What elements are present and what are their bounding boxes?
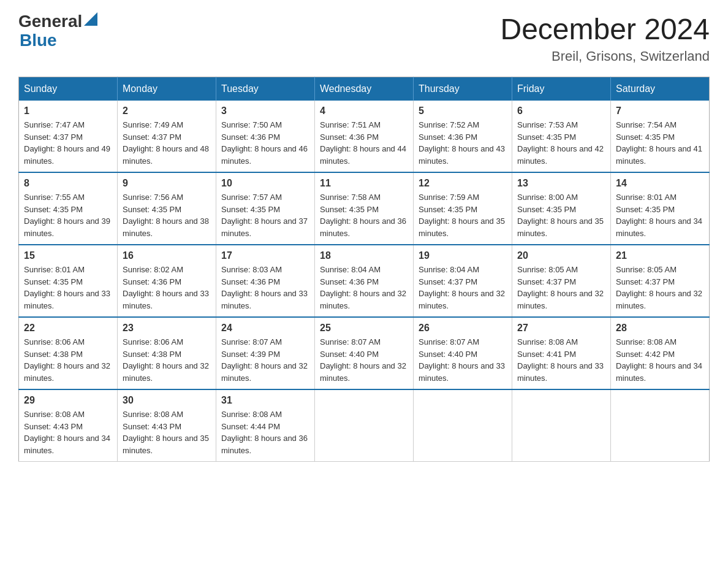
day-info: Sunrise: 8:03 AMSunset: 4:36 PMDaylight:… (221, 265, 308, 310)
calendar-day-cell: 18 Sunrise: 8:04 AMSunset: 4:36 PMDaylig… (315, 245, 414, 317)
calendar-day-cell (414, 389, 512, 462)
day-number: 8 (24, 178, 112, 189)
logo-blue: Blue (20, 31, 97, 50)
calendar-week-row: 8 Sunrise: 7:55 AMSunset: 4:35 PMDayligh… (19, 172, 710, 245)
header-sunday: Sunday (19, 77, 118, 101)
day-number: 11 (320, 178, 408, 189)
calendar-day-cell: 12 Sunrise: 7:59 AMSunset: 4:35 PMDaylig… (414, 172, 512, 245)
logo: General Blue (18, 12, 97, 50)
svg-marker-0 (84, 12, 97, 26)
day-number: 13 (517, 178, 605, 189)
title-section: December 2024 Breil, Grisons, Switzerlan… (500, 12, 710, 64)
day-number: 5 (419, 105, 507, 117)
calendar-day-cell (512, 389, 611, 462)
day-info: Sunrise: 8:01 AMSunset: 4:35 PMDaylight:… (24, 265, 110, 310)
header-monday: Monday (118, 77, 216, 101)
calendar-day-cell: 11 Sunrise: 7:58 AMSunset: 4:35 PMDaylig… (315, 172, 414, 245)
calendar-week-row: 1 Sunrise: 7:47 AMSunset: 4:37 PMDayligh… (19, 101, 710, 172)
day-number: 10 (221, 178, 309, 189)
calendar-day-cell: 13 Sunrise: 8:00 AMSunset: 4:35 PMDaylig… (512, 172, 611, 245)
day-number: 1 (24, 105, 112, 117)
calendar-day-cell: 19 Sunrise: 8:04 AMSunset: 4:37 PMDaylig… (414, 245, 512, 317)
header-tuesday: Tuesday (216, 77, 315, 101)
calendar-week-row: 15 Sunrise: 8:01 AMSunset: 4:35 PMDaylig… (19, 245, 710, 317)
logo-triangle-icon (84, 12, 97, 26)
day-info: Sunrise: 7:56 AMSunset: 4:35 PMDaylight:… (123, 193, 209, 238)
header-saturday: Saturday (611, 77, 710, 101)
calendar-week-row: 29 Sunrise: 8:08 AMSunset: 4:43 PMDaylig… (19, 389, 710, 462)
day-number: 7 (616, 105, 704, 117)
calendar-day-cell: 21 Sunrise: 8:05 AMSunset: 4:37 PMDaylig… (611, 245, 710, 317)
calendar-day-cell: 15 Sunrise: 8:01 AMSunset: 4:35 PMDaylig… (19, 245, 118, 317)
header-thursday: Thursday (414, 77, 512, 101)
day-info: Sunrise: 7:58 AMSunset: 4:35 PMDaylight:… (320, 193, 406, 238)
day-info: Sunrise: 8:08 AMSunset: 4:42 PMDaylight:… (616, 337, 702, 383)
day-number: 18 (320, 250, 408, 261)
calendar-day-cell (315, 389, 414, 462)
day-number: 29 (24, 395, 112, 406)
logo-general: General (18, 12, 82, 31)
day-info: Sunrise: 8:02 AMSunset: 4:36 PMDaylight:… (123, 265, 209, 310)
day-info: Sunrise: 8:04 AMSunset: 4:36 PMDaylight:… (320, 265, 406, 310)
day-info: Sunrise: 7:52 AMSunset: 4:36 PMDaylight:… (419, 120, 505, 166)
day-number: 26 (419, 323, 507, 334)
day-info: Sunrise: 8:06 AMSunset: 4:38 PMDaylight:… (123, 337, 209, 383)
header-wednesday: Wednesday (315, 77, 414, 101)
logo-content: General Blue (18, 12, 97, 50)
day-info: Sunrise: 8:08 AMSunset: 4:43 PMDaylight:… (24, 410, 110, 455)
day-number: 30 (123, 395, 211, 406)
day-info: Sunrise: 7:50 AMSunset: 4:36 PMDaylight:… (221, 120, 308, 166)
day-info: Sunrise: 8:05 AMSunset: 4:37 PMDaylight:… (517, 265, 604, 310)
day-info: Sunrise: 7:57 AMSunset: 4:35 PMDaylight:… (221, 193, 308, 238)
day-number: 23 (123, 323, 211, 334)
calendar-day-cell: 6 Sunrise: 7:53 AMSunset: 4:35 PMDayligh… (512, 101, 611, 172)
day-number: 16 (123, 250, 211, 261)
day-info: Sunrise: 8:07 AMSunset: 4:40 PMDaylight:… (419, 337, 505, 383)
day-number: 4 (320, 105, 408, 117)
calendar-day-cell: 7 Sunrise: 7:54 AMSunset: 4:35 PMDayligh… (611, 101, 710, 172)
day-info: Sunrise: 7:55 AMSunset: 4:35 PMDaylight:… (24, 193, 110, 238)
calendar-day-cell: 5 Sunrise: 7:52 AMSunset: 4:36 PMDayligh… (414, 101, 512, 172)
calendar-day-cell: 26 Sunrise: 8:07 AMSunset: 4:40 PMDaylig… (414, 317, 512, 389)
location-title: Breil, Grisons, Switzerland (500, 48, 710, 64)
calendar-day-cell: 29 Sunrise: 8:08 AMSunset: 4:43 PMDaylig… (19, 389, 118, 462)
calendar-day-cell: 22 Sunrise: 8:06 AMSunset: 4:38 PMDaylig… (19, 317, 118, 389)
calendar-day-cell: 31 Sunrise: 8:08 AMSunset: 4:44 PMDaylig… (216, 389, 315, 462)
day-info: Sunrise: 8:04 AMSunset: 4:37 PMDaylight:… (419, 265, 505, 310)
day-info: Sunrise: 7:49 AMSunset: 4:37 PMDaylight:… (123, 120, 209, 166)
calendar-day-cell: 10 Sunrise: 7:57 AMSunset: 4:35 PMDaylig… (216, 172, 315, 245)
day-number: 3 (221, 105, 309, 117)
calendar-day-cell: 20 Sunrise: 8:05 AMSunset: 4:37 PMDaylig… (512, 245, 611, 317)
calendar-day-cell: 2 Sunrise: 7:49 AMSunset: 4:37 PMDayligh… (118, 101, 216, 172)
day-info: Sunrise: 7:53 AMSunset: 4:35 PMDaylight:… (517, 120, 604, 166)
day-number: 2 (123, 105, 211, 117)
calendar-table: SundayMondayTuesdayWednesdayThursdayFrid… (18, 77, 710, 462)
header-friday: Friday (512, 77, 611, 101)
day-number: 31 (221, 395, 309, 406)
calendar-day-cell: 1 Sunrise: 7:47 AMSunset: 4:37 PMDayligh… (19, 101, 118, 172)
day-number: 17 (221, 250, 309, 261)
day-info: Sunrise: 8:08 AMSunset: 4:43 PMDaylight:… (123, 410, 209, 455)
calendar-day-cell: 3 Sunrise: 7:50 AMSunset: 4:36 PMDayligh… (216, 101, 315, 172)
day-number: 28 (616, 323, 704, 334)
day-number: 20 (517, 250, 605, 261)
calendar-day-cell (611, 389, 710, 462)
day-info: Sunrise: 7:51 AMSunset: 4:36 PMDaylight:… (320, 120, 406, 166)
calendar-day-cell: 27 Sunrise: 8:08 AMSunset: 4:41 PMDaylig… (512, 317, 611, 389)
calendar-day-cell: 25 Sunrise: 8:07 AMSunset: 4:40 PMDaylig… (315, 317, 414, 389)
calendar-day-cell: 9 Sunrise: 7:56 AMSunset: 4:35 PMDayligh… (118, 172, 216, 245)
day-info: Sunrise: 7:59 AMSunset: 4:35 PMDaylight:… (419, 193, 505, 238)
day-info: Sunrise: 8:05 AMSunset: 4:37 PMDaylight:… (616, 265, 702, 310)
calendar-day-cell: 24 Sunrise: 8:07 AMSunset: 4:39 PMDaylig… (216, 317, 315, 389)
day-number: 6 (517, 105, 605, 117)
calendar-day-cell: 23 Sunrise: 8:06 AMSunset: 4:38 PMDaylig… (118, 317, 216, 389)
day-info: Sunrise: 8:06 AMSunset: 4:38 PMDaylight:… (24, 337, 110, 383)
calendar-day-cell: 16 Sunrise: 8:02 AMSunset: 4:36 PMDaylig… (118, 245, 216, 317)
day-info: Sunrise: 8:00 AMSunset: 4:35 PMDaylight:… (517, 193, 604, 238)
day-number: 9 (123, 178, 211, 189)
day-info: Sunrise: 8:07 AMSunset: 4:40 PMDaylight:… (320, 337, 406, 383)
calendar-header-row: SundayMondayTuesdayWednesdayThursdayFrid… (19, 77, 710, 101)
day-info: Sunrise: 8:01 AMSunset: 4:35 PMDaylight:… (616, 193, 702, 238)
calendar-day-cell: 30 Sunrise: 8:08 AMSunset: 4:43 PMDaylig… (118, 389, 216, 462)
day-number: 15 (24, 250, 112, 261)
